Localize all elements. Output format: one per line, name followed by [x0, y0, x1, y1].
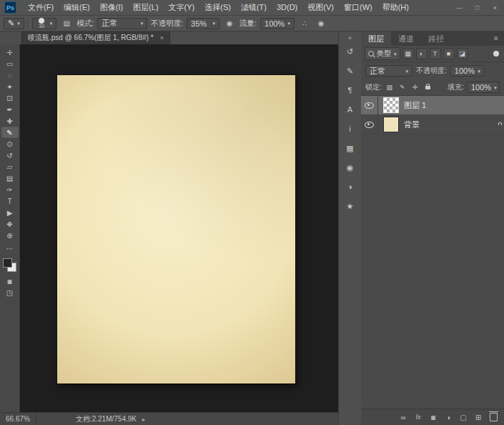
filter-toggle-icon[interactable] [493, 51, 499, 57]
type-tool[interactable]: T [1, 195, 19, 207]
menu-type[interactable]: 文字(Y) [164, 0, 200, 15]
blend-mode-dropdown[interactable]: 正常 ▾ [97, 18, 147, 29]
layer-styles-icon[interactable]: fx [414, 412, 423, 422]
filter-type-layers-icon[interactable]: T [430, 48, 441, 59]
history-brush-tool[interactable]: ↺ [1, 150, 19, 161]
eraser-tool[interactable]: ▱ [1, 161, 19, 172]
layer-name[interactable]: 图层 1 [404, 100, 426, 111]
menu-layer[interactable]: 图层(L) [128, 0, 163, 15]
visibility-toggle[interactable] [361, 96, 378, 114]
layer-blend-mode-value: 正常 [370, 66, 385, 77]
brush-preset-picker[interactable]: 30 ▾ [32, 18, 57, 29]
tab-layers[interactable]: 图层 [361, 31, 391, 46]
fill-dropdown[interactable]: 100% ▾ [467, 82, 500, 93]
layer-thumbnail[interactable] [383, 97, 399, 113]
layer-blend-mode-dropdown[interactable]: 正常 ▾ [365, 65, 412, 77]
visibility-toggle[interactable] [361, 115, 378, 134]
quick-mask-mode-icon[interactable]: ◙ [1, 275, 19, 287]
paragraph-panel-icon[interactable]: ¶ [342, 84, 358, 97]
history-panel-icon[interactable]: ↺ [342, 45, 358, 58]
tab-paths[interactable]: 路径 [421, 31, 451, 46]
close-tab-icon[interactable]: × [160, 34, 164, 41]
opacity-dropdown[interactable]: 35% ▾ [187, 18, 219, 29]
new-adjustment-layer-icon[interactable]: ◑ [444, 412, 453, 422]
tool-options-bar: ✎ ▾ 30 ▾ ▤ 模式: 正常 ▾ 不透明度: 35% ▾ ◉ 流量: 10… [0, 16, 504, 31]
path-selection-tool[interactable]: ▶ [1, 207, 19, 218]
close-button[interactable]: × [486, 1, 504, 15]
link-layers-icon[interactable]: ∞ [399, 412, 407, 422]
menu-filter[interactable]: 滤镜(T) [236, 0, 272, 15]
brush-presets-panel-icon[interactable]: ✎ [342, 64, 358, 77]
filter-pixel-layers-icon[interactable]: ▦ [402, 48, 414, 59]
expand-panels-icon[interactable]: « [342, 34, 358, 42]
styles-panel-icon[interactable]: ★ [342, 200, 358, 212]
menu-image[interactable]: 图像(I) [95, 0, 128, 15]
maximize-button[interactable]: □ [468, 1, 486, 15]
zoom-level-field[interactable]: 66.67% [0, 413, 36, 425]
lock-transparent-pixels-icon[interactable]: ▨ [385, 82, 395, 92]
lock-all-icon[interactable] [423, 82, 433, 92]
foreground-color-swatch[interactable] [3, 258, 12, 268]
window-controls: — □ × [450, 1, 504, 15]
brush-tool[interactable]: ✎ [1, 127, 19, 138]
swatches-panel-icon[interactable]: ▦ [342, 142, 358, 155]
add-layer-mask-icon[interactable]: ◙ [429, 412, 438, 422]
screen-mode-icon[interactable]: ◳ [1, 287, 19, 298]
status-flyout-icon[interactable]: ▸ [142, 416, 145, 423]
panel-menu-icon[interactable]: ≡ [488, 31, 504, 46]
photoshop-logo-icon[interactable]: Ps [4, 1, 16, 14]
new-layer-icon[interactable]: ⊞ [474, 412, 483, 422]
color-swatches[interactable] [3, 258, 16, 272]
menu-3d[interactable]: 3D(D) [272, 0, 302, 15]
zoom-tool[interactable]: ⊕ [1, 230, 19, 241]
toggle-brush-panel-icon[interactable]: ▤ [60, 18, 73, 29]
crop-tool[interactable]: ⊡ [1, 92, 19, 104]
tab-channels[interactable]: 通道 [391, 31, 421, 46]
edit-toolbar-icon[interactable]: ⋯ [1, 243, 19, 254]
menu-help[interactable]: 帮助(H) [377, 0, 414, 15]
chevron-down-icon: ▾ [288, 21, 291, 26]
pen-tool[interactable]: ✑ [1, 184, 19, 195]
move-tool[interactable]: ✛ [1, 47, 19, 58]
filter-kind-dropdown[interactable]: 类型 ▾ [365, 47, 400, 60]
info-panel-icon[interactable]: i [342, 122, 358, 135]
character-panel-icon[interactable]: A [342, 103, 358, 116]
delete-layer-icon[interactable] [489, 412, 498, 422]
lasso-tool[interactable]: ◌ [1, 69, 19, 81]
filter-shape-layers-icon[interactable]: ■ [443, 48, 455, 59]
menu-window[interactable]: 窗口(W) [339, 0, 377, 15]
minimize-button[interactable]: — [450, 1, 468, 15]
pressure-size-icon[interactable]: ◉ [315, 18, 327, 29]
new-group-icon[interactable]: ▢ [459, 412, 468, 422]
filter-smart-objects-icon[interactable]: ◪ [457, 48, 468, 59]
lock-position-icon[interactable]: ✛ [410, 82, 420, 92]
menu-edit[interactable]: 编辑(E) [59, 0, 95, 15]
filter-adjustment-layers-icon[interactable]: ◐ [416, 48, 428, 59]
flow-dropdown[interactable]: 100% ▾ [260, 18, 295, 29]
eyedropper-tool[interactable]: ✒ [1, 104, 19, 115]
healing-brush-tool[interactable]: ✚ [1, 115, 19, 127]
adjustments-panel-icon[interactable]: ◑ [342, 180, 358, 193]
layer-row-background[interactable]: 背景 [361, 115, 504, 135]
airbrush-icon[interactable]: ∴ [298, 18, 311, 29]
layer-name[interactable]: 背景 [404, 119, 420, 130]
layer-opacity-dropdown[interactable]: 100% ▾ [450, 65, 485, 77]
layer-row-layer1[interactable]: 图层 1 [361, 96, 504, 115]
document-canvas[interactable] [57, 75, 295, 384]
canvas-area[interactable] [20, 44, 338, 412]
gradient-tool[interactable]: ▤ [1, 172, 19, 184]
hand-tool[interactable]: ✥ [1, 218, 19, 230]
clone-stamp-tool[interactable]: ⊙ [1, 138, 19, 150]
brush-tip-preview-icon: 30 [36, 18, 47, 29]
color-panel-icon[interactable]: ◉ [342, 161, 358, 174]
menu-select[interactable]: 选择(S) [199, 0, 236, 15]
lock-image-pixels-icon[interactable]: ✎ [397, 82, 407, 92]
menu-view[interactable]: 视图(V) [302, 0, 339, 15]
document-tab[interactable]: 喷流瓶.psd @ 66.7%(图层 1, RGB/8#) * × [21, 31, 170, 44]
layer-thumbnail[interactable] [383, 117, 399, 132]
rectangular-marquee-tool[interactable]: ▭ [1, 58, 19, 69]
quick-selection-tool[interactable]: ✦ [1, 81, 19, 92]
menu-file[interactable]: 文件(F) [23, 0, 59, 15]
tool-preset-picker[interactable]: ✎ ▾ [4, 18, 24, 29]
pressure-opacity-icon[interactable]: ◉ [223, 18, 236, 29]
